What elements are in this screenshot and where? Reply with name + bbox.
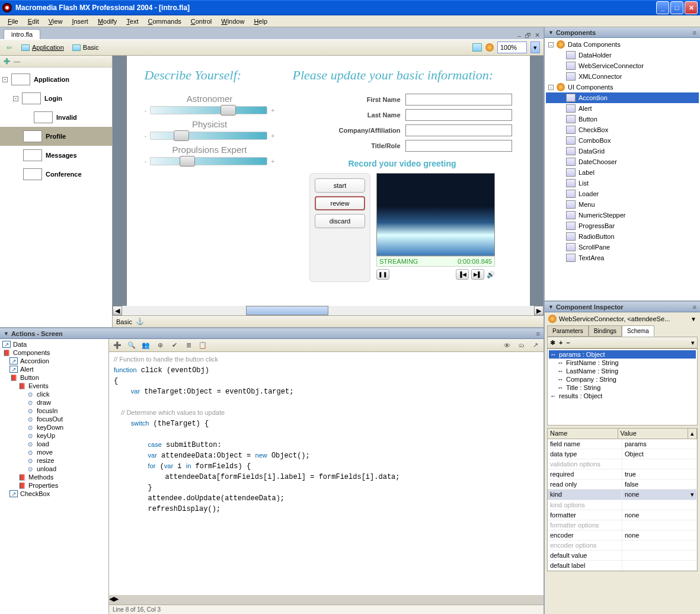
prop-encoder[interactable]: encodernone [548,530,697,541]
code-editor[interactable]: // Function to handle the button click f… [109,352,544,595]
action-tree-alert[interactable]: ↗Alert [1,365,107,373]
anchor-icon[interactable]: ⚓ [136,318,144,325]
action-tree-move[interactable]: ⊙move [1,448,107,456]
menu-text[interactable]: Text [122,17,142,26]
component-xmlconnector[interactable]: XMLConnector [546,71,699,82]
schema-lastname[interactable]: ↔LastName : String [549,367,696,375]
action-tree-checkbox[interactable]: ↗CheckBox [1,490,107,498]
screen-item-application[interactable]: -Application [0,70,112,89]
component-textarea[interactable]: TextArea [546,252,699,263]
volume-icon[interactable]: 🔊 [487,271,495,279]
menu-window[interactable]: Window [217,17,248,26]
action-tree-load[interactable]: ⊙load [1,440,107,448]
doc-minimize-icon[interactable]: – [517,32,521,39]
actions-panel-header[interactable]: ▼ Actions - Screen ≡ [0,328,544,339]
schema-results[interactable]: ←results : Object [549,392,696,400]
prop-kind[interactable]: kindnone ▾ [548,490,697,500]
component-datechooser[interactable]: DateChooser [546,156,699,167]
action-tree-keyup[interactable]: ⊙keyUp [1,431,107,440]
component-datagrid[interactable]: DataGrid [546,146,699,156]
add-screen-button[interactable]: ✚ [4,57,10,66]
maximize-button[interactable]: □ [670,1,683,14]
component-alert[interactable]: Alert [546,103,699,114]
menu-help[interactable]: Help [250,17,271,26]
component-menu[interactable]: Menu [546,199,699,210]
panel-menu-icon[interactable]: ≡ [536,330,540,337]
component-label[interactable]: Label [546,167,699,178]
schema-params[interactable]: ↔params : Object [549,350,696,359]
screen-item-conference[interactable]: Conference [0,165,112,184]
auto-format-icon[interactable]: ≣ [184,341,193,350]
component-webserviceconnector[interactable]: WebServiceConnector [546,60,699,71]
symbol-icon[interactable] [485,43,494,52]
action-tree-components[interactable]: 📕Components [1,348,107,357]
action-tree-click[interactable]: ⊙click [1,390,107,398]
menu-control[interactable]: Control [187,17,216,26]
prop-formatter[interactable]: formatternone [548,510,697,520]
input-first-name[interactable] [405,94,512,105]
action-tree-draw[interactable]: ⊙draw [1,398,107,407]
replace-icon[interactable]: 👥 [141,341,151,350]
menu-insert[interactable]: Insert [68,17,92,26]
stage-bottom-tab[interactable]: Basic [116,318,132,325]
schema-company[interactable]: ↔Company : String [549,375,696,383]
next-track-button[interactable]: ▶▌ [471,269,484,280]
view-options-icon[interactable]: 👁 [502,341,512,350]
add-script-icon[interactable]: ➕ [113,341,122,350]
menu-edit[interactable]: Edit [24,17,43,26]
schema-title[interactable]: ↔Title : String [549,383,696,392]
document-tab[interactable]: intro.fla [4,29,40,39]
zoom-dropdown-icon[interactable]: ▾ [530,41,540,53]
component-loader[interactable]: Loader [546,188,699,199]
prop-kind-options[interactable]: kind options [548,500,697,510]
action-tree-focusin[interactable]: ⊙focusIn [1,407,107,415]
prop-formatter-options[interactable]: formatter options [548,520,697,530]
target-icon[interactable]: ⊕ [155,341,165,350]
find-icon[interactable]: 🔍 [127,341,136,350]
menu-file[interactable]: File [4,17,23,26]
start-button[interactable]: start [315,178,365,193]
action-tree-focusout[interactable]: ⊙focusOut [1,415,107,423]
menu-commands[interactable]: Commands [144,17,186,26]
code-hint-icon[interactable]: 📋 [198,341,207,350]
component-checkbox[interactable]: CheckBox [546,124,699,135]
add-schema-button[interactable]: ✱ [550,339,555,347]
action-tree-button[interactable]: 📕Button [1,373,107,382]
action-tree-data[interactable]: ↗Data [1,340,107,348]
back-arrow-icon[interactable]: ⇦ [4,42,14,53]
component-list[interactable]: List [546,178,699,188]
pause-button[interactable]: ❚❚ [376,269,389,280]
close-button[interactable]: ✕ [685,1,698,14]
component-dataholder[interactable]: DataHolder [546,50,699,60]
prop-encoder-options[interactable]: encoder options [548,541,697,551]
check-syntax-icon[interactable]: ✔ [170,341,179,350]
prop-read-only[interactable]: read onlyfalse [548,479,697,490]
slider-propulsions-expert[interactable]: -+ [145,157,275,165]
component-button[interactable]: Button [546,114,699,124]
input-last-name[interactable] [405,109,512,121]
collapse-icon[interactable]: ▼ [4,331,9,337]
action-tree-events[interactable]: 📕Events [1,382,107,390]
slider-astronomer[interactable]: -+ [145,106,275,114]
debug-options-icon[interactable]: ಖ [516,341,526,350]
prop-validation-options[interactable]: validation options [548,459,697,469]
minimize-button[interactable]: _ [656,1,669,14]
screen-item-profile[interactable]: Profile [0,127,112,146]
discard-button[interactable]: discard [315,214,365,228]
component-progressbar[interactable]: ProgressBar [546,220,699,231]
remove-screen-button[interactable]: — [14,58,20,65]
input-title-role[interactable] [405,140,512,152]
tab-bindings[interactable]: Bindings [589,325,622,337]
component-radiobutton[interactable]: RadioButton [546,231,699,242]
action-tree-accordion[interactable]: ↗Accordion [1,357,107,365]
action-tree-unload[interactable]: ⊙unload [1,465,107,473]
prop-required[interactable]: requiredtrue [548,469,697,479]
components-panel-header[interactable]: ▼Components≡ [545,27,700,38]
zoom-input[interactable] [497,41,527,53]
component-numericstepper[interactable]: NumericStepper [546,210,699,220]
prop-field-name[interactable]: field nameparams [548,439,697,449]
schema-firstname[interactable]: ↔FirstName : String [549,359,696,367]
component-data-components[interactable]: -Data Components [546,39,699,50]
breadcrumb-application[interactable]: Application [19,43,66,52]
input-company-affiliation[interactable] [405,124,512,136]
